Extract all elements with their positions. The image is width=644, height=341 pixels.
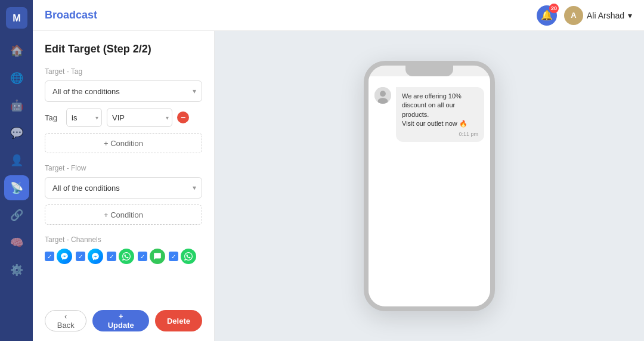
operator-select-wrapper: is is not ▾ [66, 108, 102, 127]
back-button[interactable]: ‹ Back [45, 310, 86, 331]
target-flow-label: Target - Flow [45, 164, 202, 172]
sidebar-item-bot[interactable]: 🤖 [4, 93, 29, 118]
channel-whatsapp2: ✓ [169, 249, 196, 264]
channel-whatsapp2-check[interactable]: ✓ [169, 252, 178, 261]
phone-notch [405, 66, 453, 76]
svg-text:M: M [13, 13, 20, 23]
messenger-icon [57, 249, 72, 264]
main-area: Broadcast 🔔 20 A Ali Arshad ▾ Edit Targe… [33, 0, 644, 341]
chat-timestamp: 0:11 pm [402, 131, 478, 137]
sidebar-item-hooks[interactable]: 🔗 [4, 203, 29, 228]
channel-sms-check[interactable]: ✓ [138, 252, 147, 261]
phone-mockup: We are offering 10% discount on all our … [364, 61, 495, 311]
sidebar-item-contacts[interactable]: 👤 [4, 148, 29, 173]
phone-screen: We are offering 10% discount on all our … [369, 76, 490, 306]
chevron-down-icon: ▾ [628, 11, 632, 20]
tag-value-select[interactable]: VIP New Returning [107, 108, 172, 127]
channel-facebook: ✓ [45, 249, 72, 264]
channel-sms: ✓ [138, 249, 165, 264]
chat-message-row: We are offering 10% discount on all our … [374, 87, 484, 142]
sidebar-item-channels[interactable]: 🌐 [4, 66, 29, 91]
body: Edit Target (Step 2/2) Target - Tag All … [33, 31, 644, 341]
target-tag-select[interactable]: All of the conditions Any of the conditi… [45, 80, 202, 102]
chat-bubble: We are offering 10% discount on all our … [396, 87, 484, 142]
svg-point-3 [380, 91, 386, 97]
header: Broadcast 🔔 20 A Ali Arshad ▾ [33, 0, 644, 31]
notification-bell[interactable]: 🔔 20 [537, 5, 557, 26]
target-flow-select-wrapper: All of the conditions Any of the conditi… [45, 177, 202, 199]
target-flow-select[interactable]: All of the conditions Any of the conditi… [45, 177, 202, 199]
tag-condition-row: Tag is is not ▾ VIP New Returning ▾ [45, 108, 202, 127]
page-title: Edit Target (Step 2/2) [45, 43, 202, 55]
tag-value-select-wrapper: VIP New Returning ▾ [107, 108, 172, 127]
sidebar-item-settings[interactable]: ⚙️ [4, 258, 29, 283]
chat-avatar [374, 87, 391, 104]
channels-row: ✓ ✓ [45, 249, 202, 264]
right-panel: We are offering 10% discount on all our … [215, 31, 644, 341]
sidebar-item-home[interactable]: 🏠 [4, 38, 29, 63]
whatsapp-icon-1 [119, 249, 134, 264]
sidebar-item-broadcast[interactable]: 📡 [4, 175, 29, 200]
whatsapp-icon-2 [181, 249, 196, 264]
channel-messenger-check[interactable]: ✓ [76, 252, 85, 261]
chat-message-text: We are offering 10% discount on all our … [402, 92, 478, 129]
target-channels-label: Target - Channels [45, 235, 202, 244]
app-title: Broadcast [45, 9, 97, 21]
user-name: Ali Arshad [587, 11, 624, 20]
header-right: 🔔 20 A Ali Arshad ▾ [537, 5, 632, 26]
left-panel: Edit Target (Step 2/2) Target - Tag All … [33, 31, 215, 341]
tag-label: Tag [45, 113, 61, 122]
channel-facebook-check[interactable]: ✓ [45, 252, 54, 261]
tag-operator-select[interactable]: is is not [66, 108, 102, 127]
user-menu[interactable]: A Ali Arshad ▾ [564, 6, 632, 25]
remove-tag-condition-button[interactable]: − [177, 111, 189, 123]
avatar: A [564, 6, 583, 25]
channel-whatsapp1-check[interactable]: ✓ [107, 252, 116, 261]
add-flow-condition-button[interactable]: + Condition [45, 204, 202, 225]
notification-badge: 20 [549, 4, 559, 13]
channel-messenger: ✓ [76, 249, 103, 264]
channel-whatsapp1: ✓ [107, 249, 134, 264]
target-tag-select-wrapper: All of the conditions Any of the conditi… [45, 80, 202, 102]
bottom-buttons: ‹ Back + Update Delete [45, 304, 202, 331]
app-logo: M [5, 6, 29, 30]
sidebar-item-chat[interactable]: 💬 [4, 120, 29, 145]
add-tag-condition-button[interactable]: + Condition [45, 133, 202, 153]
update-button[interactable]: + Update [92, 310, 149, 331]
target-tag-label: Target - Tag [45, 67, 202, 76]
messenger-icon-2 [88, 249, 103, 264]
sidebar: M 🏠 🌐 🤖 💬 👤 📡 🔗 🧠 ⚙️ [0, 0, 33, 341]
delete-button[interactable]: Delete [155, 310, 202, 331]
sidebar-item-ai[interactable]: 🧠 [4, 230, 29, 255]
sms-icon [150, 249, 165, 264]
